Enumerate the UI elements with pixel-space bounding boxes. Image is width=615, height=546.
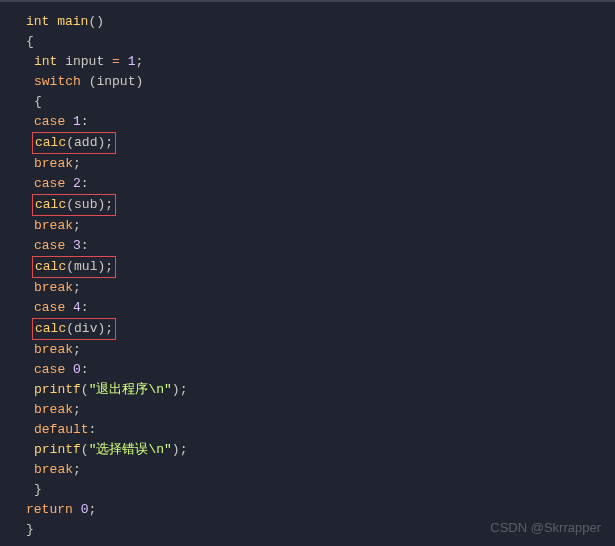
case-2: 2 bbox=[73, 176, 81, 191]
watermark: CSDN @Skrrapper bbox=[490, 518, 601, 538]
code-line: default: bbox=[18, 420, 615, 440]
highlight-box: calc(div); bbox=[32, 318, 116, 340]
code-line: int main() bbox=[18, 12, 615, 32]
paren-close-semi: ); bbox=[97, 321, 113, 336]
param-sub: sub bbox=[74, 197, 97, 212]
paren-close-semi: ); bbox=[97, 259, 113, 274]
keyword-case: case bbox=[34, 238, 65, 253]
keyword-break: break bbox=[34, 342, 73, 357]
code-line: break; bbox=[18, 340, 615, 360]
keyword-break: break bbox=[34, 402, 73, 417]
highlight-box: calc(add); bbox=[32, 132, 116, 154]
case-4: 4 bbox=[73, 300, 81, 315]
var-input: input bbox=[96, 74, 135, 89]
function-main: main bbox=[57, 14, 88, 29]
code-line: { bbox=[18, 92, 615, 112]
semicolon: ; bbox=[73, 156, 81, 171]
string-exit: "退出程序\n" bbox=[89, 382, 172, 397]
paren-close-semi: ); bbox=[172, 442, 188, 457]
code-line: break; bbox=[18, 400, 615, 420]
brace-open: { bbox=[34, 94, 42, 109]
code-line: case 1: bbox=[18, 112, 615, 132]
case-0: 0 bbox=[73, 362, 81, 377]
keyword-switch: switch bbox=[34, 74, 81, 89]
brace-open: { bbox=[26, 34, 34, 49]
highlight-box: calc(sub); bbox=[32, 194, 116, 216]
keyword-return: return bbox=[26, 502, 73, 517]
code-line: } bbox=[18, 480, 615, 500]
case-1: 1 bbox=[73, 114, 81, 129]
param-div: div bbox=[74, 321, 97, 336]
fn-printf: printf bbox=[34, 382, 81, 397]
code-line: calc(mul); bbox=[18, 256, 615, 278]
semicolon: ; bbox=[73, 402, 81, 417]
keyword-int: int bbox=[34, 54, 57, 69]
semicolon: ; bbox=[73, 342, 81, 357]
colon: : bbox=[81, 176, 89, 191]
keyword-case: case bbox=[34, 176, 65, 191]
keyword-default: default bbox=[34, 422, 89, 437]
code-line: printf("选择错误\n"); bbox=[18, 440, 615, 460]
keyword-break: break bbox=[34, 218, 73, 233]
code-line: int input = 1; bbox=[18, 52, 615, 72]
paren-close-semi: ); bbox=[172, 382, 188, 397]
paren-close: ) bbox=[135, 74, 143, 89]
code-line: break; bbox=[18, 460, 615, 480]
fn-calc: calc bbox=[35, 259, 66, 274]
colon: : bbox=[81, 300, 89, 315]
paren-open: ( bbox=[81, 382, 89, 397]
string-err: "选择错误\n" bbox=[89, 442, 172, 457]
code-line: break; bbox=[18, 154, 615, 174]
code-line: calc(add); bbox=[18, 132, 615, 154]
paren-open: ( bbox=[66, 259, 74, 274]
semicolon: ; bbox=[73, 462, 81, 477]
keyword-case: case bbox=[34, 362, 65, 377]
semicolon: ; bbox=[73, 218, 81, 233]
colon: : bbox=[89, 422, 97, 437]
fn-calc: calc bbox=[35, 135, 66, 150]
keyword-case: case bbox=[34, 114, 65, 129]
keyword-int: int bbox=[26, 14, 49, 29]
code-line: { bbox=[18, 32, 615, 52]
code-line: calc(div); bbox=[18, 318, 615, 340]
code-line: break; bbox=[18, 278, 615, 298]
code-line: case 0: bbox=[18, 360, 615, 380]
colon: : bbox=[81, 362, 89, 377]
fn-calc: calc bbox=[35, 197, 66, 212]
semicolon: ; bbox=[88, 502, 96, 517]
highlight-box: calc(mul); bbox=[32, 256, 116, 278]
code-line: break; bbox=[18, 216, 615, 236]
keyword-case: case bbox=[34, 300, 65, 315]
semicolon: ; bbox=[73, 280, 81, 295]
code-line: case 3: bbox=[18, 236, 615, 256]
code-line: calc(sub); bbox=[18, 194, 615, 216]
code-line: return 0; bbox=[18, 500, 615, 520]
paren-close-semi: ); bbox=[97, 135, 113, 150]
paren-open: ( bbox=[81, 442, 89, 457]
code-line: case 2: bbox=[18, 174, 615, 194]
case-3: 3 bbox=[73, 238, 81, 253]
code-line: printf("退出程序\n"); bbox=[18, 380, 615, 400]
param-add: add bbox=[74, 135, 97, 150]
fn-calc: calc bbox=[35, 321, 66, 336]
code-line: case 4: bbox=[18, 298, 615, 318]
paren-open: ( bbox=[66, 321, 74, 336]
code-line: switch (input) bbox=[18, 72, 615, 92]
var-input: input bbox=[65, 54, 104, 69]
semicolon: ; bbox=[135, 54, 143, 69]
paren-open: ( bbox=[66, 135, 74, 150]
op-eq: = bbox=[112, 54, 120, 69]
paren-close-semi: ); bbox=[97, 197, 113, 212]
keyword-break: break bbox=[34, 280, 73, 295]
keyword-break: break bbox=[34, 156, 73, 171]
paren-open: ( bbox=[66, 197, 74, 212]
colon: : bbox=[81, 114, 89, 129]
param-mul: mul bbox=[74, 259, 97, 274]
keyword-break: break bbox=[34, 462, 73, 477]
colon: : bbox=[81, 238, 89, 253]
parens: () bbox=[88, 14, 104, 29]
brace-close: } bbox=[34, 482, 42, 497]
brace-close: } bbox=[26, 522, 34, 537]
code-editor: int main() { int input = 1; switch (inpu… bbox=[0, 0, 615, 546]
fn-printf: printf bbox=[34, 442, 81, 457]
